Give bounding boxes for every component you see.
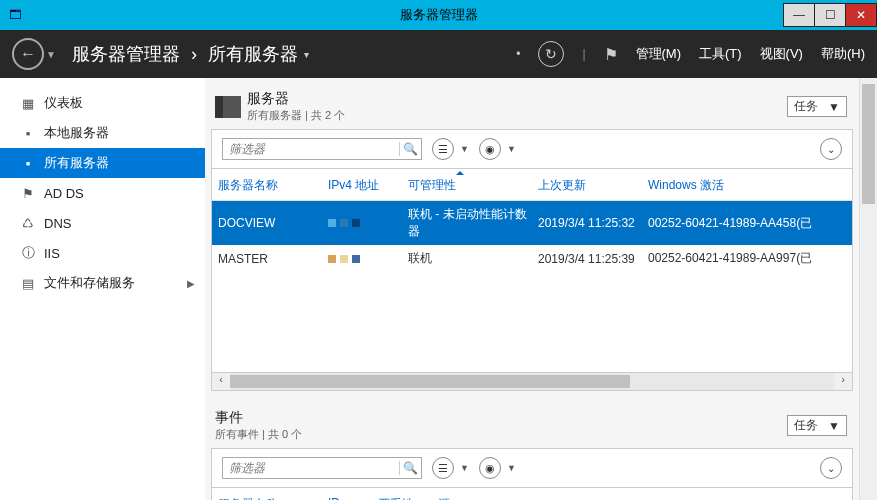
filter-save-button[interactable]: ◉ <box>479 138 501 160</box>
maximize-button[interactable]: ☐ <box>814 3 846 27</box>
servers-horizontal-scrollbar[interactable]: ‹ › <box>212 372 852 390</box>
breadcrumb-current[interactable]: 所有服务器 <box>208 44 298 64</box>
breadcrumb-root[interactable]: 服务器管理器 <box>72 44 180 64</box>
events-tasks-button[interactable]: 任务▼ <box>787 415 847 436</box>
scroll-thumb[interactable] <box>862 84 875 204</box>
app-icon: 🗔 <box>0 0 30 30</box>
cell-last-update: 2019/3/4 11:25:32 <box>538 216 648 230</box>
adds-icon: ⚑ <box>18 186 38 201</box>
cell-name: MASTER <box>218 252 328 266</box>
sep-dot-icon: • <box>516 47 520 61</box>
cell-activation: 00252-60421-41989-AA997(已 <box>648 250 846 267</box>
events-panel-header: 事件 所有事件 | 共 0 个 任务▼ <box>215 409 853 442</box>
col-last-update[interactable]: 上次更新 <box>538 177 648 194</box>
dashboard-icon: ▦ <box>18 96 38 111</box>
col-server-name[interactable]: 服务器名称 <box>218 496 328 500</box>
col-activation[interactable]: Windows 激活 <box>648 177 846 194</box>
window-title: 服务器管理器 <box>400 6 478 24</box>
collapse-panel-button[interactable]: ⌄ <box>820 138 842 160</box>
toolbar: ← ▼ 服务器管理器 › 所有服务器 ▾ • ↻ | ⚑ 管理(M) 工具(T)… <box>0 30 877 78</box>
table-empty-area[interactable] <box>212 272 852 372</box>
chevron-down-icon: ▼ <box>828 419 840 433</box>
sidebar-item-local-server[interactable]: ▪本地服务器 <box>0 118 205 148</box>
breadcrumb-dropdown-icon[interactable]: ▾ <box>304 49 309 60</box>
search-icon[interactable]: 🔍 <box>399 142 421 156</box>
sidebar-item-label: 所有服务器 <box>44 154 109 172</box>
chevron-down-icon: ▼ <box>828 100 840 114</box>
dns-icon: ♺ <box>18 216 38 231</box>
cell-activation: 00252-60421-41989-AA458(已 <box>648 215 846 232</box>
sidebar-item-dashboard[interactable]: ▦仪表板 <box>0 88 205 118</box>
chevron-down-icon: ▼ <box>460 144 469 154</box>
sidebar-item-label: AD DS <box>44 186 84 201</box>
col-severity[interactable]: 严重性 <box>378 496 438 500</box>
filter-options-button[interactable]: ☰ <box>432 138 454 160</box>
sidebar-item-label: DNS <box>44 216 71 231</box>
sidebar-item-label: 本地服务器 <box>44 124 109 142</box>
servers-filter-bar: 🔍 ☰▼ ◉▼ ⌄ <box>211 129 853 169</box>
cell-manageability: 联机 - 未启动性能计数器 <box>408 206 538 240</box>
servers-table-header: 服务器名称 IPv4 地址 可管理性 上次更新 Windows 激活 <box>212 169 852 201</box>
sidebar-item-all-servers[interactable]: ▪所有服务器 <box>0 148 205 178</box>
breadcrumb-sep-icon: › <box>191 44 197 64</box>
close-button[interactable]: ✕ <box>845 3 877 27</box>
servers-tasks-button[interactable]: 任务▼ <box>787 96 847 117</box>
table-row[interactable]: MASTER联机2019/3/4 11:25:3900252-60421-419… <box>212 245 852 272</box>
menu-view[interactable]: 视图(V) <box>760 45 803 63</box>
menu-help[interactable]: 帮助(H) <box>821 45 865 63</box>
menu-manage[interactable]: 管理(M) <box>636 45 682 63</box>
cell-name: DOCVIEW <box>218 216 328 230</box>
content-area: 服务器 所有服务器 | 共 2 个 任务▼ 🔍 ☰▼ ◉▼ ⌄ 服务器名称 IP… <box>205 78 877 500</box>
task-label: 任务 <box>794 417 818 434</box>
scroll-right-button[interactable]: › <box>834 373 852 390</box>
cell-ipv4 <box>328 219 408 227</box>
col-manageability[interactable]: 可管理性 <box>408 177 538 194</box>
scroll-thumb[interactable] <box>230 375 630 388</box>
storage-icon: ▤ <box>18 276 38 291</box>
servers-panel-header: 服务器 所有服务器 | 共 2 个 任务▼ <box>215 90 853 123</box>
events-table-header: 服务器名称 ID 严重性 源 <box>212 488 852 500</box>
menu-tools[interactable]: 工具(T) <box>699 45 742 63</box>
col-ipv4[interactable]: IPv4 地址 <box>328 177 408 194</box>
chevron-down-icon: ▼ <box>507 144 516 154</box>
events-panel-subtitle: 所有事件 | 共 0 个 <box>215 427 302 442</box>
sidebar-item-label: IIS <box>44 246 60 261</box>
col-source[interactable]: 源 <box>438 496 846 500</box>
expand-icon[interactable]: ▶ <box>187 278 195 289</box>
nav-dropdown-icon[interactable]: ▼ <box>46 49 56 60</box>
table-row[interactable]: DOCVIEW联机 - 未启动性能计数器2019/3/4 11:25:32002… <box>212 201 852 245</box>
task-label: 任务 <box>794 98 818 115</box>
sidebar-item-iis[interactable]: ⓘIIS <box>0 238 205 268</box>
minimize-button[interactable]: — <box>783 3 815 27</box>
servers-icon: ▪ <box>18 156 38 171</box>
sidebar-item-file-storage[interactable]: ▤文件和存储服务▶ <box>0 268 205 298</box>
cell-ipv4 <box>328 255 408 263</box>
scroll-track[interactable] <box>230 373 834 390</box>
breadcrumb: 服务器管理器 › 所有服务器 <box>72 42 298 66</box>
refresh-button[interactable]: ↻ <box>538 41 564 67</box>
chevron-down-icon: ▼ <box>460 463 469 473</box>
notifications-flag-icon[interactable]: ⚑ <box>604 45 618 64</box>
servers-table: 服务器名称 IPv4 地址 可管理性 上次更新 Windows 激活 DOCVI… <box>211 169 853 391</box>
col-id[interactable]: ID <box>328 496 378 500</box>
server-icon: ▪ <box>18 126 38 141</box>
servers-panel-subtitle: 所有服务器 | 共 2 个 <box>247 108 345 123</box>
collapse-panel-button[interactable]: ⌄ <box>820 457 842 479</box>
back-button[interactable]: ← <box>12 38 44 70</box>
sidebar-item-label: 仪表板 <box>44 94 83 112</box>
events-filter-bar: 🔍 ☰▼ ◉▼ ⌄ <box>211 448 853 488</box>
sidebar-item-dns[interactable]: ♺DNS <box>0 208 205 238</box>
filter-save-button[interactable]: ◉ <box>479 457 501 479</box>
vertical-scrollbar[interactable] <box>859 78 877 500</box>
servers-panel-title: 服务器 <box>247 90 345 108</box>
search-icon[interactable]: 🔍 <box>399 461 421 475</box>
sidebar-item-adds[interactable]: ⚑AD DS <box>0 178 205 208</box>
servers-filter-input[interactable] <box>223 142 399 156</box>
scroll-left-button[interactable]: ‹ <box>212 373 230 390</box>
sidebar: ▦仪表板 ▪本地服务器 ▪所有服务器 ⚑AD DS ♺DNS ⓘIIS ▤文件和… <box>0 78 205 500</box>
col-server-name[interactable]: 服务器名称 <box>218 177 328 194</box>
filter-options-button[interactable]: ☰ <box>432 457 454 479</box>
events-filter-input[interactable] <box>223 461 399 475</box>
events-table: 服务器名称 ID 严重性 源 <box>211 488 853 500</box>
window-titlebar: 🗔 服务器管理器 — ☐ ✕ <box>0 0 877 30</box>
